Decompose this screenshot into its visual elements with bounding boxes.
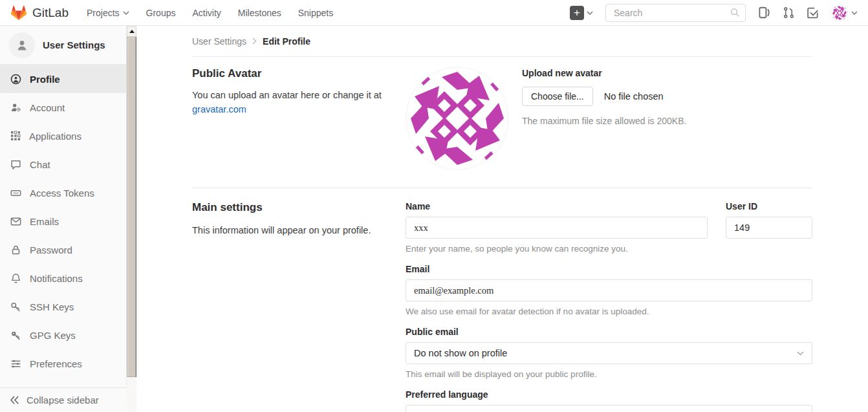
- search-box: [605, 4, 746, 22]
- header-right: +: [570, 4, 858, 22]
- nav-activity[interactable]: Activity: [192, 8, 221, 18]
- sidebar-item-chat[interactable]: Chat: [0, 150, 126, 179]
- nav-milestones[interactable]: Milestones: [238, 8, 281, 18]
- envelope-icon: [10, 216, 21, 227]
- sidebar-header: User Settings: [0, 26, 126, 65]
- token-icon: [10, 188, 21, 199]
- public-avatar-description: You can upload an avatar here or change …: [192, 88, 393, 117]
- merge-request-icon: [783, 6, 795, 19]
- search-input[interactable]: [605, 4, 746, 22]
- user-avatar: [831, 5, 848, 21]
- sidebar-item-preferences[interactable]: Preferences: [0, 349, 126, 378]
- todos-icon-button[interactable]: [807, 7, 819, 19]
- sidebar-item-emails[interactable]: Emails: [0, 207, 126, 235]
- new-menu-button[interactable]: +: [570, 6, 593, 20]
- sidebar-item-gpg-keys[interactable]: GPG Keys: [0, 321, 126, 349]
- email-input[interactable]: [406, 279, 812, 301]
- issues-icon: [758, 6, 770, 19]
- breadcrumb-current: Edit Profile: [263, 36, 310, 47]
- double-chevron-left-icon: [10, 396, 19, 404]
- plus-icon: +: [570, 6, 584, 20]
- sidebar-title: User Settings: [43, 39, 105, 50]
- user-menu[interactable]: [831, 5, 858, 21]
- name-help-text: Enter your name, so people you know can …: [406, 244, 708, 254]
- public-avatar-title: Public Avatar: [192, 67, 393, 80]
- breadcrumb: User Settings Edit Profile: [192, 26, 812, 57]
- sidebar-item-account[interactable]: Account: [0, 93, 126, 122]
- email-label: Email: [406, 264, 812, 274]
- applications-grid-icon: [10, 131, 21, 141]
- main-settings-title: Main settings: [192, 201, 393, 214]
- upload-avatar-block: Upload new avatar Choose file... No file…: [522, 67, 686, 170]
- public-avatar-section: Public Avatar You can upload an avatar h…: [192, 57, 812, 188]
- merge-requests-icon-button[interactable]: [783, 6, 795, 19]
- chevron-down-icon: [123, 11, 129, 15]
- breadcrumb-user-settings[interactable]: User Settings: [192, 36, 246, 47]
- scrollbar-thumb[interactable]: [127, 37, 136, 377]
- issues-icon-button[interactable]: [758, 6, 770, 19]
- no-file-chosen-text: No file chosen: [604, 91, 664, 102]
- preferred-language-label: Preferred language: [406, 389, 812, 400]
- email-help-text: We also use email for avatar detection i…: [406, 307, 812, 316]
- sidebar-item-profile[interactable]: Profile: [0, 65, 126, 93]
- public-email-help-text: This email will be displayed on your pub…: [406, 369, 812, 379]
- chevron-down-icon: [851, 11, 858, 15]
- sidebar-item-ssh-keys[interactable]: SSH Keys: [0, 292, 126, 321]
- account-icon: [10, 102, 21, 113]
- name-label: Name: [406, 201, 708, 211]
- preferred-language-select[interactable]: [406, 405, 812, 412]
- sidebar-item-password[interactable]: Password: [0, 235, 126, 264]
- key-filled-icon: [10, 330, 21, 341]
- main-settings-description: This information will appear on your pro…: [192, 223, 393, 237]
- nav-groups[interactable]: Groups: [146, 8, 176, 18]
- bell-icon: [10, 273, 21, 284]
- scrollbar-up-arrow[interactable]: [127, 26, 136, 37]
- user-id-input: [726, 217, 812, 239]
- chevron-down-icon: [797, 351, 804, 356]
- sidebar-item-notifications[interactable]: Notifications: [0, 264, 126, 292]
- public-email-select[interactable]: Do not show on profile: [406, 342, 812, 364]
- sidebar-item-access-tokens[interactable]: Access Tokens: [0, 179, 126, 207]
- nav-snippets[interactable]: Snippets: [298, 8, 333, 18]
- edit-profile-content: User Settings Edit Profile Public Avatar…: [136, 26, 868, 412]
- sidebar-nav: Profile Account Applications Chat: [0, 65, 126, 378]
- chat-bubble-icon: [10, 159, 21, 170]
- upload-new-avatar-label: Upload new avatar: [522, 68, 686, 78]
- max-file-size-note: The maximum file size allowed is 200KB.: [522, 116, 686, 126]
- name-input[interactable]: [406, 217, 708, 239]
- settings-sidebar: User Settings Profile Account: [0, 26, 127, 412]
- profile-avatar-image: [406, 67, 509, 170]
- sidebar-scrollbar[interactable]: [127, 26, 136, 412]
- key-icon: [10, 301, 21, 312]
- gravatar-link[interactable]: gravatar.com: [192, 104, 246, 114]
- chevron-right-icon: [252, 38, 257, 45]
- public-email-label: Public email: [406, 327, 812, 337]
- main-nav: Projects Groups Activity Milestones Snip…: [87, 8, 333, 18]
- tanuki-icon: [10, 5, 27, 21]
- logo-text: GitLab: [32, 6, 69, 20]
- gitlab-logo[interactable]: GitLab: [10, 5, 69, 21]
- user-silhouette-icon: [9, 32, 35, 58]
- user-id-label: User ID: [726, 201, 812, 211]
- profile-icon: [10, 74, 21, 85]
- lock-icon: [10, 244, 21, 255]
- collapse-sidebar-button[interactable]: Collapse sidebar: [0, 387, 127, 412]
- sliders-icon: [10, 358, 21, 369]
- main-settings-section: Main settings This information will appe…: [192, 188, 812, 412]
- todo-check-icon: [807, 7, 819, 19]
- search-icon: [730, 8, 740, 17]
- top-navbar: GitLab Projects Groups Activity Mileston…: [0, 0, 868, 26]
- choose-file-button[interactable]: Choose file...: [522, 87, 593, 106]
- chevron-down-icon: [587, 11, 593, 15]
- sidebar-item-applications[interactable]: Applications: [0, 122, 126, 150]
- nav-projects[interactable]: Projects: [87, 8, 129, 18]
